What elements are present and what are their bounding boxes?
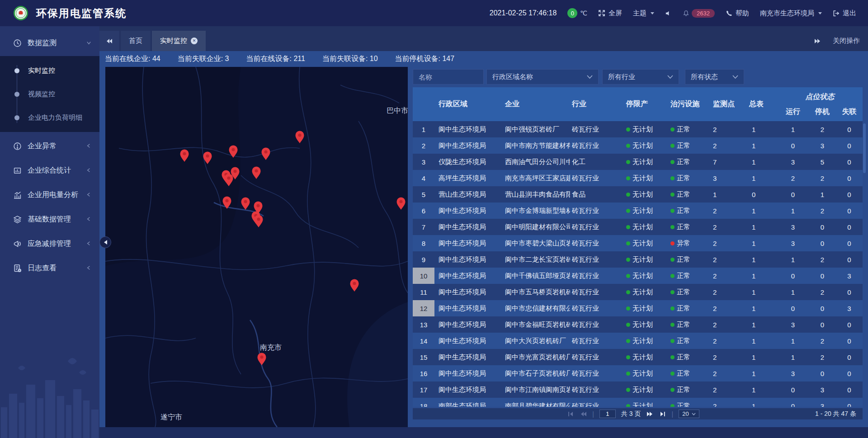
cell-pollution-facility: 正常: [664, 381, 709, 398]
map-collapse-button[interactable]: [99, 236, 111, 248]
status-filter-select[interactable]: 所有状态: [685, 69, 744, 85]
cell-stop-production: 无计划: [624, 284, 664, 300]
cell-region: 阆中生态环境局: [434, 316, 502, 333]
tab-realtime[interactable]: 实时监控✕: [152, 31, 206, 51]
table-row[interactable]: 15阆中生态环境局阆中市光富页岩机砖厂砖瓦行业无计划正常21120: [413, 349, 863, 365]
cell-stopped: 2: [809, 349, 836, 365]
table-row[interactable]: 4高坪生态环境局南充市高坪区王家店建砖瓦行业无计划正常31220: [413, 170, 863, 186]
table-row[interactable]: 12阆中生态环境局阆中市忠信建材有限公砖瓦行业无计划正常21003: [413, 300, 863, 316]
first-page-button[interactable]: [567, 410, 574, 418]
cell-offline: 0: [836, 316, 863, 333]
chevron-down-icon: [732, 75, 738, 79]
table-row[interactable]: 17阆中生态环境局阆中市江南镇阆南页岩砖瓦行业无计划正常21030: [413, 381, 863, 398]
org-dropdown[interactable]: 南充市生态环境局: [760, 9, 822, 18]
cell-total-meter: 1: [745, 251, 777, 268]
pollution-facility-text: 正常: [677, 141, 690, 150]
industry-filter-select[interactable]: 所有行业: [602, 69, 679, 85]
sidebar-item-base-data-management[interactable]: 基础数据管理: [0, 208, 99, 231]
stop-production-text: 无计划: [632, 190, 653, 199]
table-row[interactable]: 11阆中生态环境局阆中市五马桥页岩机砖砖瓦行业无计划正常21120: [413, 284, 863, 300]
sidebar-subitem-realtime-monitoring[interactable]: 实时监控: [0, 59, 99, 82]
table-row[interactable]: 2阆中生态环境局阆中市南方节能建材有砖瓦行业无计划正常21030: [413, 137, 863, 154]
cell-pollution-facility: 正常: [664, 300, 709, 316]
cell-monitor-points: 2: [709, 316, 745, 333]
table-row[interactable]: 8阆中生态环境局阆中市枣碧大梁山页岩砖瓦行业无计划异常21300: [413, 235, 863, 251]
cell-running: 1: [777, 284, 809, 300]
cell-total-meter: 1: [745, 219, 777, 235]
pager-controls: | 共 3 页 | 20: [567, 410, 699, 418]
region-filter-select[interactable]: 行政区域名称: [486, 69, 599, 85]
map[interactable]: 巴中市南充市遂宁市: [105, 67, 408, 427]
sidebar-item-enterprise-abnormal[interactable]: 企业异常: [0, 135, 99, 157]
table-row[interactable]: 1阆中生态环境局阆中强锐页岩砖厂砖瓦行业无计划正常21120: [413, 121, 863, 137]
map-city-label: 南充市: [260, 344, 282, 351]
cell-monitor-points: 2: [709, 235, 745, 251]
help-button[interactable]: 帮助: [726, 9, 749, 18]
tabs-scroll-left-button[interactable]: [99, 31, 119, 51]
close-operations-button[interactable]: 关闭操作: [833, 37, 860, 45]
status-dot: [670, 144, 675, 148]
table-row[interactable]: 9阆中生态环境局阆中市二龙长宝页岩砖砖瓦行业无计划正常21120: [413, 251, 863, 268]
sidebar-item-emergency-reduction[interactable]: 应急减排管理: [0, 232, 99, 255]
cell-pollution-facility: 正常: [664, 154, 709, 170]
tab-home[interactable]: 首页: [121, 31, 151, 51]
close-tab-icon[interactable]: ✕: [191, 38, 198, 44]
fullscreen-button[interactable]: 全屏: [598, 9, 622, 18]
last-page-button[interactable]: [659, 410, 666, 418]
tabs-scroll-right-button[interactable]: [814, 38, 821, 45]
power-consumption-analysis-icon: [13, 190, 22, 199]
table-row[interactable]: 14阆中生态环境局阆中大兴页岩机砖厂砖瓦行业无计划正常21120: [413, 333, 863, 349]
cell-industry: 砖瓦行业: [570, 284, 624, 300]
col-stopped: 停机: [809, 107, 836, 117]
tabbar-right: 关闭操作: [814, 31, 860, 51]
header-right: 2021-02-25 17:46:18 0 ℃ 全屏 主题 2632: [490, 8, 856, 18]
mute-button[interactable]: [665, 10, 672, 17]
cell-index: 11: [413, 284, 434, 300]
cell-monitor-points: 2: [709, 268, 745, 284]
cell-running: 0: [777, 268, 809, 284]
table-row[interactable]: 13阆中生态环境局阆中市金福旺页岩机砖砖瓦行业无计划正常21300: [413, 316, 863, 333]
cell-industry: 食品: [570, 186, 624, 203]
cell-offline: 0: [836, 235, 863, 251]
cell-region: 阆中生态环境局: [434, 349, 502, 365]
sidebar-item-power-consumption-analysis[interactable]: 企业用电量分析: [0, 184, 99, 206]
bottom-strip: [99, 427, 868, 438]
cell-company: 阆中市金博瑞新型墙材: [502, 203, 570, 219]
logout-label: 退出: [843, 9, 856, 18]
page-size-select[interactable]: 20: [679, 410, 699, 418]
status-dot: [626, 176, 630, 180]
sidebar-item-enterprise-statistics[interactable]: 企业综合统计: [0, 159, 99, 182]
page-size-value: 20: [682, 410, 689, 417]
pollution-facility-text: 正常: [677, 353, 690, 362]
table-row[interactable]: 7阆中生态环境局阆中明阳建材有限公司砖瓦行业无计划正常21300: [413, 219, 863, 235]
cell-index: 12: [413, 300, 434, 316]
prev-page-button[interactable]: [580, 410, 587, 418]
cell-company: 营山县润丰肉食品有限: [502, 186, 570, 203]
page-number-input[interactable]: [599, 410, 616, 418]
pollution-facility-text: 正常: [677, 174, 690, 183]
table-row[interactable]: 5营山生态环境局营山县润丰肉食品有限食品无计划正常10010: [413, 186, 863, 203]
sidebar-item-data-monitoring[interactable]: 数据监测: [0, 32, 99, 54]
pollution-facility-text: 正常: [677, 402, 690, 407]
status-dot: [670, 176, 675, 180]
table-row[interactable]: 18南部生态环境局南部县碧华建材有限公砖瓦行业无计划正常21030: [413, 398, 863, 407]
sidebar-item-log-view[interactable]: 日志查看: [0, 257, 99, 279]
chevron-left-icon: [86, 240, 92, 247]
logout-button[interactable]: 退出: [833, 9, 856, 18]
table-row[interactable]: 16阆中生态环境局阆中市石子页岩机砖厂砖瓦行业无计划正常21300: [413, 365, 863, 381]
table-row[interactable]: 3仪陇生态环境局西南油气田分公司川中化工无计划正常71350: [413, 154, 863, 170]
name-filter-input[interactable]: [413, 69, 484, 85]
table-row[interactable]: 10阆中生态环境局阆中千佛镇五郎垭页岩砖瓦行业无计划正常21003: [413, 268, 863, 284]
sidebar: 数据监测实时监控视频监控企业电力负荷明细企业异常企业综合统计企业用电量分析基础数…: [0, 26, 99, 438]
table-scrollbar[interactable]: [863, 123, 866, 173]
sidebar-subitem-enterprise-power-load-detail[interactable]: 企业电力负荷明细: [0, 106, 99, 129]
next-page-button[interactable]: [646, 410, 654, 418]
temperature-unit: ℃: [580, 9, 587, 17]
sidebar-item-label: 数据监测: [28, 38, 86, 48]
sidebar-subitem-video-monitoring[interactable]: 视频监控: [0, 82, 99, 106]
table-row[interactable]: 6阆中生态环境局阆中市金博瑞新型墙材砖瓦行业无计划正常21120: [413, 203, 863, 219]
cell-stopped: 0: [809, 316, 836, 333]
notification-widget[interactable]: 2632: [683, 9, 715, 18]
theme-dropdown[interactable]: 主题: [633, 9, 654, 18]
cell-offline: 0: [836, 333, 863, 349]
